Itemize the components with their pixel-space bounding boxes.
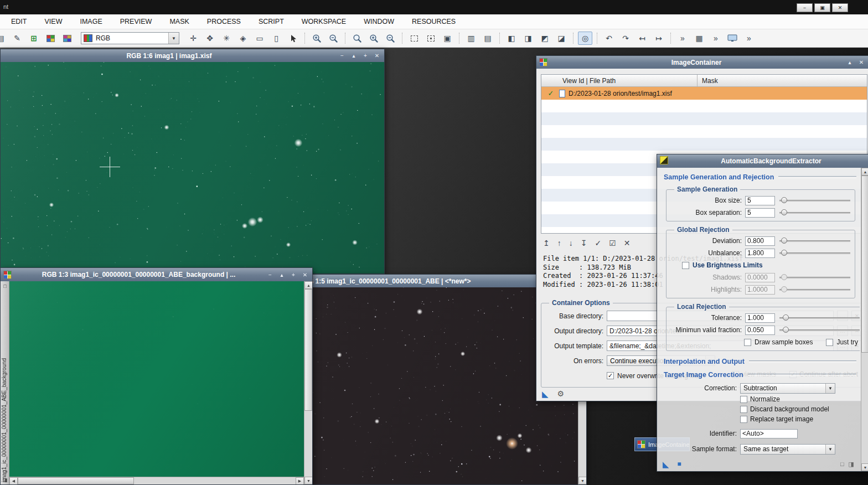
- scrollbar-track[interactable]: [304, 411, 312, 477]
- new-instance-icon[interactable]: ◣: [542, 390, 549, 398]
- fit-height-icon[interactable]: ▯: [269, 32, 283, 45]
- imag1-image-view[interactable]: [1, 62, 384, 274]
- column-header-mask[interactable]: Mask: [698, 75, 867, 86]
- shadows-slider[interactable]: [778, 274, 850, 281]
- min-valid-fraction-input[interactable]: 0.050: [745, 326, 775, 335]
- use-brightness-limits-checkbox[interactable]: [682, 262, 689, 269]
- toggle-all-icon[interactable]: ☑: [609, 239, 616, 247]
- move-to-top-icon[interactable]: ↥: [543, 239, 550, 247]
- draw-sample-boxes-checkbox[interactable]: [744, 339, 751, 346]
- abe-titlebar[interactable]: AutomaticBackgroundExtractor: [657, 154, 868, 168]
- scroll-up-icon[interactable]: ▲: [861, 168, 868, 176]
- scroll-down-icon[interactable]: ▼: [578, 477, 587, 484]
- scroll-up-icon[interactable]: ▲: [304, 281, 313, 289]
- never-overwrite-checkbox[interactable]: ✓: [607, 372, 614, 379]
- abe-background-titlebar[interactable]: RGB 1:3 imag1_ic_00000001_00000001_ABE_b…: [1, 268, 312, 281]
- split-vertical-icon[interactable]: ▤: [480, 32, 495, 45]
- menu-process[interactable]: PROCESS: [198, 14, 250, 29]
- zoom-in-alt-icon[interactable]: [366, 32, 381, 45]
- menu-workspace[interactable]: WORKSPACE: [293, 14, 355, 29]
- close-icon[interactable]: ✕: [857, 59, 866, 66]
- channel-selector[interactable]: RGB ▼: [81, 32, 179, 44]
- scrollbar-track[interactable]: [134, 477, 296, 484]
- move-to-bottom-icon[interactable]: ↧: [581, 239, 587, 247]
- shade-icon[interactable]: ▴: [349, 52, 358, 60]
- menu-image[interactable]: IMAGE: [71, 14, 111, 29]
- shadows-input[interactable]: 0.0000: [745, 273, 775, 282]
- preferences-icon[interactable]: ◨: [849, 461, 854, 468]
- horizontal-scrollbar[interactable]: ◀ ▶: [9, 477, 304, 484]
- redo-icon[interactable]: ↷: [618, 32, 633, 45]
- min-valid-fraction-slider[interactable]: [778, 326, 860, 334]
- close-icon[interactable]: ✕: [373, 52, 381, 60]
- sample-format-dropdown[interactable]: Same as target ▼: [740, 444, 835, 455]
- scroll-right-icon[interactable]: ▶: [296, 477, 304, 485]
- move-down-icon[interactable]: ↓: [569, 239, 573, 247]
- next-view-icon[interactable]: ↦: [652, 32, 666, 45]
- chevron-down-icon[interactable]: ▼: [168, 33, 179, 44]
- more-tools-icon[interactable]: »: [742, 32, 756, 45]
- pan-mode-icon[interactable]: ✛: [186, 32, 200, 45]
- discard-background-checkbox[interactable]: [740, 406, 747, 413]
- more-tools-icon[interactable]: »: [709, 32, 723, 45]
- selection-mode-icon[interactable]: □: [2, 469, 8, 476]
- gear-icon[interactable]: ⚙: [557, 389, 565, 398]
- undo-icon[interactable]: ↶: [602, 32, 616, 45]
- table-row[interactable]: ✓ D:/2023-01-28 orion/test/imag1.xisf: [541, 87, 867, 100]
- fit-width-icon[interactable]: ▭: [252, 32, 267, 45]
- box-separation-slider[interactable]: [778, 209, 850, 216]
- unbalance-slider[interactable]: [778, 249, 850, 257]
- vertical-scrollbar[interactable]: ▲ ▼: [304, 281, 312, 484]
- split-horizontal-icon[interactable]: ▥: [464, 32, 478, 45]
- app-restore-button[interactable]: ▣: [814, 3, 830, 12]
- box-size-slider[interactable]: [778, 197, 850, 204]
- mask-edit-icon[interactable]: ◪: [554, 32, 569, 45]
- deviation-input[interactable]: 0.800: [745, 236, 775, 246]
- remove-item-icon[interactable]: ✕: [624, 239, 631, 247]
- zoom-integral-icon[interactable]: ✳: [219, 32, 234, 45]
- menu-script[interactable]: SCRIPT: [250, 14, 293, 29]
- move-up-icon[interactable]: ↑: [557, 239, 561, 247]
- identifier-input[interactable]: <Auto>: [740, 429, 798, 438]
- scrollbar-thumb[interactable]: [304, 289, 312, 411]
- new-preview-icon[interactable]: [407, 32, 421, 45]
- highlights-slider[interactable]: [778, 286, 850, 293]
- tolerance-slider[interactable]: [778, 314, 860, 322]
- correction-dropdown[interactable]: Subtraction ▼: [740, 383, 835, 394]
- clipboard-icon[interactable]: ▤: [0, 32, 8, 45]
- apply-global-icon[interactable]: ■: [678, 461, 681, 467]
- view-mode-icon[interactable]: □: [2, 283, 8, 290]
- scrollbar-track[interactable]: [861, 353, 868, 463]
- menu-preview[interactable]: PREVIEW: [111, 14, 161, 29]
- browse-documentation-icon[interactable]: □: [840, 461, 844, 468]
- deviation-slider[interactable]: [778, 237, 850, 245]
- select-cursor-icon[interactable]: [286, 32, 300, 45]
- new-image-icon[interactable]: ⊞: [27, 32, 41, 45]
- mask-show-icon[interactable]: ◩: [538, 32, 552, 45]
- enabled-check-icon[interactable]: ✓: [546, 89, 556, 97]
- scroll-down-icon[interactable]: ▼: [304, 477, 313, 484]
- shade-icon[interactable]: ▴: [845, 59, 854, 66]
- imagecontainer-titlebar[interactable]: ImageContainer ▴ ✕: [536, 56, 868, 69]
- zoom-mode-icon[interactable]: ◨: [2, 477, 8, 483]
- edit-preview-icon[interactable]: [423, 32, 438, 45]
- section-sample-generation-rejection[interactable]: Sample Generation and Rejection: [664, 173, 856, 181]
- highlights-input[interactable]: 1.0000: [745, 285, 775, 295]
- iconize-icon[interactable]: −: [266, 271, 275, 278]
- menu-window[interactable]: WINDOW: [355, 14, 403, 29]
- scrollbar-thumb[interactable]: [18, 477, 134, 484]
- mask-enable-icon[interactable]: ◧: [504, 32, 519, 45]
- menu-edit[interactable]: EDIT: [2, 14, 35, 29]
- zoom-window-icon[interactable]: +: [289, 271, 298, 278]
- normalize-checkbox[interactable]: [740, 396, 747, 403]
- section-target-image-correction[interactable]: Target Image Correction: [664, 371, 856, 379]
- menu-mask[interactable]: MASK: [161, 14, 198, 29]
- abe-background-image-canvas[interactable]: [9, 281, 304, 477]
- abe-scrollbar[interactable]: ▲ ▼: [861, 168, 868, 471]
- app-minimize-button[interactable]: −: [797, 3, 813, 12]
- scroll-down-icon[interactable]: ▼: [861, 463, 868, 471]
- section-interpolation-output[interactable]: Interpolation and Output: [664, 358, 856, 365]
- screen-transfer-icon[interactable]: [43, 32, 58, 45]
- edit-script-icon[interactable]: ✎: [10, 32, 24, 45]
- close-icon[interactable]: ✕: [301, 271, 309, 278]
